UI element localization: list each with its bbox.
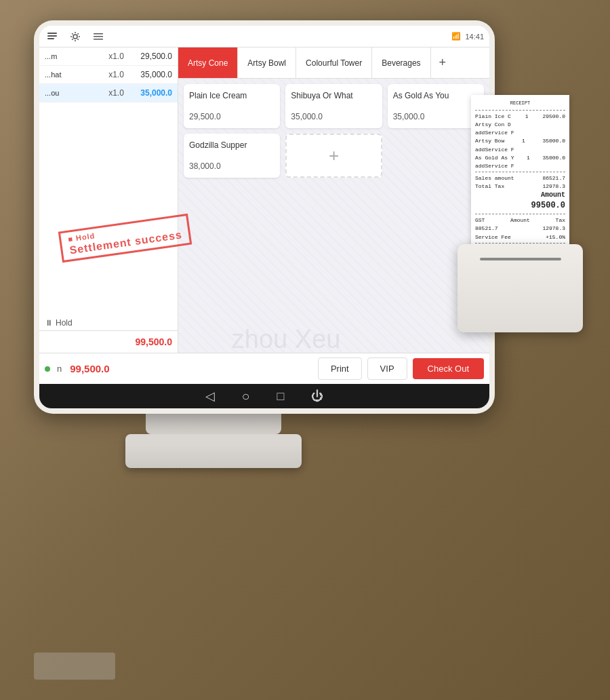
receipt-item-6-name: As Gold As Y [475, 154, 514, 161]
receipt-item-1-qty: 1 [525, 113, 529, 120]
tab-colourful-tower[interactable]: Colourful Tower [296, 47, 372, 78]
receipt-gst: GST Amount Tax [475, 216, 565, 224]
svg-rect-1 [47, 35, 57, 37]
tab-beverages-label: Beverages [382, 58, 420, 68]
receipt-item-5-name: addService F [475, 146, 514, 153]
menu-icon[interactable] [91, 29, 106, 44]
order-panel: ...m x1.0 29,500.0 ...hat x1.0 35,000.0 … [39, 47, 178, 353]
checkout-button[interactable]: Check Out [413, 358, 484, 379]
add-menu-item[interactable]: + [285, 134, 382, 178]
settings-icon[interactable] [68, 29, 83, 44]
order-item-1[interactable]: ...m x1.0 29,500.0 [39, 47, 178, 66]
top-bar-left [45, 29, 106, 44]
tab-colourful-tower-label: Colourful Tower [306, 58, 362, 68]
menu-item-name-3: As Gold As You [393, 91, 479, 100]
receipt-item-3-name: addService F [475, 129, 514, 136]
receipt-line-6: As Gold As Y 1 35000.0 [475, 154, 565, 161]
recent-button[interactable]: □ [277, 389, 285, 404]
receipt-paper: RECEIPT Plain Ice C 1 29500.0 Artsy Con … [471, 95, 569, 258]
receipt-gst-values: 88521.7 12978.3 [475, 225, 565, 232]
menu-item-price-4: 38,000.0 [189, 161, 274, 171]
amount-value: 99500.0 [531, 201, 565, 210]
hold-icon: ⏸ [45, 318, 53, 328]
sales-amount-label: Sales amount [475, 174, 514, 182]
tab-artsy-cone[interactable]: Artsy Cone [178, 47, 238, 78]
svg-rect-6 [94, 39, 103, 40]
receipt-item-7-name: addService F [475, 162, 514, 170]
tab-beverages[interactable]: Beverages [372, 47, 430, 78]
receipt-service-fee: Service Fee +15.0% [475, 233, 565, 241]
menu-item-godzilla[interactable]: Godzilla Supper 38,000.0 [184, 134, 280, 178]
gst-tax-val: 12978.3 [542, 225, 565, 232]
receipt-item-6-qty: 1 [527, 154, 530, 161]
menu-item-as-gold[interactable]: As Gold As You 35,000.0 [388, 84, 484, 128]
power-button[interactable]: ⏻ [311, 389, 323, 404]
pos-app: 📶 14:41 ...m x1.0 29,500.0 [39, 26, 489, 408]
item-price-1: 29,500.0 [128, 52, 172, 61]
tablet-screen: 📶 14:41 ...m x1.0 29,500.0 [39, 26, 489, 408]
back-button[interactable]: ◁ [205, 389, 215, 404]
wifi-icon: 📶 [451, 32, 461, 41]
svg-rect-2 [47, 38, 54, 39]
hold-label[interactable]: Hold [56, 318, 73, 328]
menu-item-plain-ice-cream[interactable]: Plain Ice Cream 29,500.0 [184, 84, 280, 128]
receipt-line-1: Plain Ice C 1 29500.0 [475, 113, 565, 120]
menu-grid: Plain Ice Cream 29,500.0 Shibuya Or What… [178, 79, 489, 353]
svg-rect-5 [94, 36, 103, 37]
item-name-1: ...m [45, 52, 104, 60]
receipt-total-tax: Total Tax 12978.3 [475, 182, 565, 190]
receipt-line-7: addService F [475, 162, 565, 170]
item-price-3: 35,000.0 [128, 88, 172, 98]
main-content: ...m x1.0 29,500.0 ...hat x1.0 35,000.0 … [39, 47, 489, 353]
receipt-header: RECEIPT [475, 100, 565, 107]
amount-label: Amount [541, 191, 565, 199]
tab-artsy-bowl[interactable]: Artsy Bowl [238, 47, 296, 78]
order-total: 99,500.0 [39, 330, 178, 353]
svg-point-3 [73, 35, 77, 39]
receipt-item-6-amt: 35000.0 [542, 154, 565, 161]
gst-tax-label: Tax [556, 216, 565, 224]
receipt-item-1-name: Plain Ice C [475, 113, 511, 120]
printer-slot [480, 258, 561, 260]
text-icon[interactable] [45, 29, 60, 44]
tab-artsy-cone-label: Artsy Cone [188, 58, 228, 68]
receipt-printer: RECEIPT Plain Ice C 1 29500.0 Artsy Con … [458, 244, 583, 332]
receipt-line-2: Artsy Con D [475, 121, 565, 128]
receipt-item-4-name: Artsy Bow [475, 137, 504, 144]
add-item-icon: + [329, 145, 339, 166]
scene: 📶 14:41 ...m x1.0 29,500.0 [0, 0, 610, 700]
print-button[interactable]: Print [318, 357, 362, 380]
item-qty-2: x1.0 [104, 70, 128, 79]
receipt-divider-2 [475, 172, 565, 172]
order-item-2[interactable]: ...hat x1.0 35,000.0 [39, 66, 178, 84]
item-price-2: 35,000.0 [128, 70, 172, 79]
order-item-3[interactable]: ...ou x1.0 35,000.0 [39, 84, 178, 102]
receipt-item-4-qty: 1 [522, 137, 525, 144]
receipt-sales-amount: Sales amount 86521.7 [475, 174, 565, 182]
menu-panel: Artsy Cone Artsy Bowl Colourful Tower Be… [178, 47, 489, 353]
menu-tabs: Artsy Cone Artsy Bowl Colourful Tower Be… [178, 47, 489, 79]
sales-amount-value: 86521.7 [542, 174, 565, 182]
menu-item-price-2: 35,000.0 [291, 112, 376, 121]
order-list: ...m x1.0 29,500.0 ...hat x1.0 35,000.0 … [39, 47, 178, 315]
top-bar-status: 📶 14:41 [451, 32, 484, 41]
receipt-line-3: addService F [475, 129, 565, 136]
menu-item-name-4: Godzilla Supper [189, 140, 274, 150]
tab-add[interactable]: + [431, 47, 455, 78]
svg-rect-0 [47, 33, 57, 34]
action-total: 99,500.0 [67, 363, 312, 374]
tablet-device: 📶 14:41 ...m x1.0 29,500.0 [34, 20, 495, 414]
receipt-divider-1 [475, 110, 565, 111]
menu-item-shibuya[interactable]: Shibuya Or What 35,000.0 [285, 84, 382, 128]
receipt-amount-total: Amount 99500.0 [475, 191, 565, 212]
item-name-2: ...hat [45, 71, 104, 79]
gst-amount: Amount [510, 216, 530, 224]
home-button[interactable]: ○ [242, 389, 250, 404]
menu-item-name-2: Shibuya Or What [291, 91, 376, 100]
receipt-line-4: Artsy Bow 1 35000.0 [475, 137, 565, 144]
status-dot [45, 366, 50, 372]
total-tax-label: Total Tax [475, 182, 504, 190]
vip-button[interactable]: VIP [367, 357, 407, 380]
service-fee-label: Service Fee [475, 233, 511, 241]
item-qty-1: x1.0 [104, 52, 128, 61]
